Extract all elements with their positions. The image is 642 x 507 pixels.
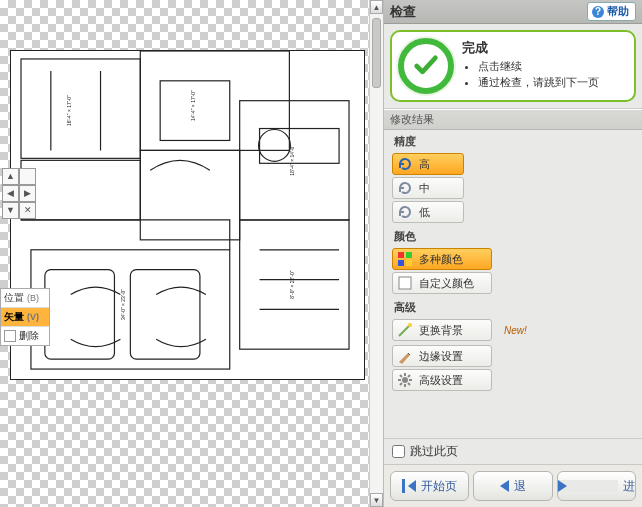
palette-label: 矢量 xyxy=(4,310,24,324)
skip-page-label: 跳过此页 xyxy=(410,443,458,460)
nudge-right[interactable]: ▶ xyxy=(19,185,36,202)
canvas-nudge-cluster: ▲ ◀ ▶ ▼ ✕ xyxy=(2,168,38,219)
adv-edge-label: 边缘设置 xyxy=(419,349,463,364)
nudge-down[interactable]: ▼ xyxy=(2,202,19,219)
nudge-blank[interactable] xyxy=(19,168,36,185)
canvas-scrollbar[interactable]: ▲ ▼ xyxy=(369,0,383,507)
palette-label: 删除 xyxy=(19,329,39,343)
section-color: 颜色 xyxy=(384,225,642,246)
swatch-icon xyxy=(4,330,16,342)
svg-point-17 xyxy=(408,323,412,327)
success-badge-icon xyxy=(398,38,454,94)
palette-key: (V) xyxy=(27,312,39,322)
adv-change-bg-label: 更换背景 xyxy=(419,323,463,338)
refresh-icon xyxy=(397,204,413,220)
svg-rect-5 xyxy=(140,150,239,239)
svg-rect-11 xyxy=(260,129,340,164)
svg-rect-0 xyxy=(21,59,140,158)
svg-rect-4 xyxy=(21,160,140,220)
svg-rect-12 xyxy=(398,252,404,258)
nav-first-button[interactable]: 开始页 xyxy=(390,471,469,501)
adv-advanced[interactable]: 高级设置 xyxy=(392,369,492,391)
panel-header: 检查 ? 帮助 xyxy=(384,0,642,24)
status-title: 完成 xyxy=(462,38,599,58)
svg-point-18 xyxy=(402,377,408,383)
color-multi-label: 多种颜色 xyxy=(419,252,463,267)
right-tri-icon xyxy=(558,480,618,492)
precision-high[interactable]: 高 xyxy=(392,153,464,175)
adv-change-bg[interactable]: 更换背景 xyxy=(392,319,492,341)
first-bar-icon xyxy=(402,479,405,493)
precision-high-label: 高 xyxy=(419,157,430,172)
palette-key: (B) xyxy=(27,293,39,303)
precision-low-label: 低 xyxy=(419,205,430,220)
status-card: 完成 点击继续 通过检查，请跳到下一页 xyxy=(390,30,636,102)
left-tri-icon xyxy=(500,480,509,492)
nudge-extra[interactable]: ✕ xyxy=(19,202,36,219)
adv-advanced-label: 高级设置 xyxy=(419,373,463,388)
options-body: 修改结果 精度 高 中 低 颜色 多种颜色 xyxy=(384,108,642,438)
precision-mid-label: 中 xyxy=(419,181,430,196)
svg-rect-14 xyxy=(398,260,404,266)
room-dim: 8'-0" × 22'-0" xyxy=(290,270,295,298)
color-multi[interactable]: 多种颜色 xyxy=(392,248,492,270)
room-dim: 18'-4" × 14'-0" xyxy=(290,145,295,176)
refresh-icon xyxy=(397,180,413,196)
palette-delete[interactable]: 删除 xyxy=(1,327,49,345)
adv-edge[interactable]: 边缘设置 xyxy=(392,345,492,367)
nav-next-label: 进 xyxy=(623,478,635,495)
nudge-left[interactable]: ◀ xyxy=(2,185,19,202)
magic-wand-icon xyxy=(397,322,413,338)
nav-row: 开始页 退 进 xyxy=(384,464,642,507)
new-tag: New! xyxy=(504,325,527,336)
room-dim: 16'-4" × 17'-0" xyxy=(67,95,72,126)
palette-label: 位置 xyxy=(4,291,24,305)
palette-icon xyxy=(397,251,413,267)
nudge-up[interactable]: ▲ xyxy=(2,168,19,185)
nav-back-label: 退 xyxy=(514,478,526,495)
square-icon xyxy=(397,275,413,291)
group-results: 修改结果 xyxy=(384,109,642,130)
help-icon: ? xyxy=(592,6,604,18)
status-msg: 点击继续 xyxy=(478,58,599,75)
tool-palette: 位置 (B) 矢量 (V) 删除 xyxy=(0,288,50,346)
canvas-area[interactable]: 16'-4" × 17'-0" 14'-4" × 17'-0" 18'-4" ×… xyxy=(0,0,384,507)
skip-page-checkbox[interactable] xyxy=(392,445,405,458)
precision-mid[interactable]: 中 xyxy=(392,177,464,199)
panel-title: 检查 xyxy=(390,3,416,21)
room-dim: 14'-4" × 17'-0" xyxy=(191,90,196,121)
floorplan-image: 16'-4" × 17'-0" 14'-4" × 17'-0" 18'-4" ×… xyxy=(10,50,365,380)
palette-vector[interactable]: 矢量 (V) xyxy=(1,308,49,327)
nav-first-label: 开始页 xyxy=(421,478,457,495)
gear-icon xyxy=(397,372,413,388)
section-advanced: 高级 xyxy=(384,296,642,317)
nav-next-button[interactable]: 进 xyxy=(557,471,636,501)
status-msg: 通过检查，请跳到下一页 xyxy=(478,74,599,91)
svg-rect-13 xyxy=(406,252,412,258)
first-tri-icon xyxy=(408,480,416,492)
precision-low[interactable]: 低 xyxy=(392,201,464,223)
color-custom[interactable]: 自定义颜色 xyxy=(392,272,492,294)
nav-back-button[interactable]: 退 xyxy=(473,471,552,501)
svg-point-10 xyxy=(259,130,291,162)
footer-row: 跳过此页 xyxy=(384,438,642,464)
section-precision: 精度 xyxy=(384,130,642,151)
color-custom-label: 自定义颜色 xyxy=(419,276,474,291)
help-label: 帮助 xyxy=(607,4,629,19)
inspector-panel: 检查 ? 帮助 完成 点击继续 通过检查，请跳到下一页 修改结果 精度 高 xyxy=(384,0,642,507)
refresh-icon xyxy=(397,156,413,172)
svg-rect-16 xyxy=(399,277,411,289)
room-dim: 34'-0" × 23'-0" xyxy=(121,289,126,320)
pencil-icon xyxy=(397,348,413,364)
svg-rect-15 xyxy=(406,260,412,266)
help-button[interactable]: ? 帮助 xyxy=(587,2,636,21)
palette-position[interactable]: 位置 (B) xyxy=(1,289,49,308)
